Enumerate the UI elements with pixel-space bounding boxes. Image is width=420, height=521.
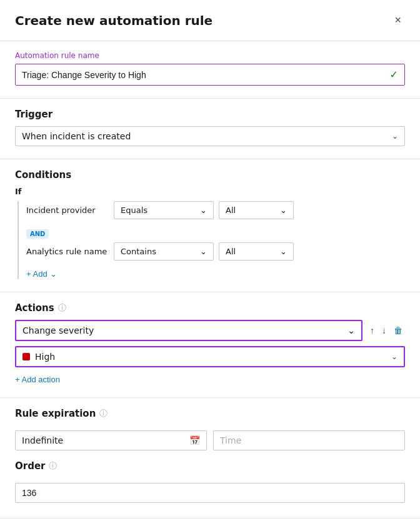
condition-operator-2-chevron: ⌄: [200, 247, 207, 256]
conditions-title: Conditions: [15, 169, 405, 181]
automation-rule-name-label: Automation rule name: [15, 51, 405, 60]
action-move-up-button[interactable]: ↑: [368, 323, 377, 338]
condition-selects-2: Contains ⌄ All ⌄: [114, 242, 405, 260]
close-button[interactable]: ×: [391, 12, 405, 28]
trigger-selected-value: When incident is created: [22, 131, 131, 141]
condition-selects-1: Equals ⌄ All ⌄: [114, 201, 405, 219]
action-move-down-button[interactable]: ↓: [379, 323, 389, 338]
order-section: Order ⓘ: [15, 460, 405, 503]
condition-label-2: Analytics rule name: [26, 247, 108, 256]
condition-value-1-text: All: [226, 206, 236, 215]
condition-label-1: Incident provider: [26, 206, 108, 215]
severity-dot-icon: [22, 353, 30, 360]
dialog-header: Create new automation rule ×: [15, 12, 405, 28]
trigger-title: Trigger: [15, 109, 405, 120]
condition-operator-2-value: Contains: [121, 247, 156, 256]
add-condition-chevron: ⌄: [50, 269, 57, 279]
automation-rule-name-field[interactable]: ✓: [15, 64, 405, 86]
condition-operator-2[interactable]: Contains ⌄: [114, 242, 214, 260]
expiration-inputs: Indefinite 📅 Time: [15, 430, 405, 450]
conditions-section: Conditions If Incident provider Equals ⌄…: [15, 169, 405, 279]
add-action-button[interactable]: + Add action: [15, 375, 60, 384]
section-divider-3: [0, 292, 420, 292]
order-title: Order: [15, 460, 45, 472]
action-select[interactable]: Change severity ⌄: [15, 320, 362, 341]
condition-row-2: Analytics rule name Contains ⌄ All ⌄: [26, 242, 405, 260]
action-select-chevron: ⌄: [348, 325, 355, 335]
expiration-header: Rule expiration ⓘ: [15, 408, 405, 419]
add-action-label: + Add action: [15, 375, 60, 384]
conditions-block: Incident provider Equals ⌄ All ⌄ AND Ana…: [18, 201, 405, 279]
action-delete-button[interactable]: 🗑: [391, 323, 405, 338]
expiration-info-icon: ⓘ: [99, 408, 108, 419]
and-badge: AND: [26, 229, 49, 239]
dialog: Create new automation rule × Automation …: [0, 0, 420, 521]
order-info-icon: ⓘ: [49, 460, 57, 472]
trigger-chevron-icon: ⌄: [392, 132, 398, 141]
condition-value-2-chevron: ⌄: [280, 247, 287, 256]
check-icon: ✓: [390, 69, 398, 81]
trigger-section: Trigger When incident is created ⌄: [15, 109, 405, 146]
severity-select[interactable]: High ⌄: [15, 346, 405, 367]
trigger-select[interactable]: When incident is created ⌄: [15, 126, 405, 146]
actions-title: Actions: [15, 302, 54, 314]
condition-value-1[interactable]: All ⌄: [219, 201, 294, 219]
condition-value-2-text: All: [226, 247, 236, 256]
section-divider-4: [0, 397, 420, 398]
dialog-title: Create new automation rule: [15, 13, 212, 28]
automation-rule-name-section: Automation rule name ✓: [15, 51, 405, 86]
if-label: If: [15, 187, 405, 196]
action-tools: ↑ ↓ 🗑: [368, 323, 405, 338]
severity-value: High: [35, 352, 55, 362]
header-divider: [0, 41, 420, 41]
condition-value-1-chevron: ⌄: [280, 206, 287, 215]
condition-operator-1-value: Equals: [121, 206, 148, 215]
action-row: Change severity ⌄ ↑ ↓ 🗑: [15, 320, 405, 341]
order-header: Order ⓘ: [15, 460, 405, 472]
expiration-date-value: Indefinite: [22, 435, 63, 445]
actions-section: Actions ⓘ Change severity ⌄ ↑ ↓ 🗑 High ⌄…: [15, 302, 405, 385]
add-condition-label: + Add: [26, 269, 48, 279]
actions-info-icon: ⓘ: [58, 302, 66, 314]
order-input[interactable]: [15, 483, 405, 503]
action-selected-value: Change severity: [22, 325, 94, 335]
condition-value-2[interactable]: All ⌄: [219, 242, 294, 260]
rule-expiration-section: Rule expiration ⓘ Indefinite 📅 Time: [15, 408, 405, 450]
footer-divider: [0, 518, 420, 519]
expiration-title: Rule expiration: [15, 408, 96, 419]
condition-operator-1[interactable]: Equals ⌄: [114, 201, 214, 219]
condition-operator-1-chevron: ⌄: [200, 206, 207, 215]
actions-header: Actions ⓘ: [15, 302, 405, 314]
expiration-time-input[interactable]: Time: [213, 430, 405, 450]
severity-chevron-icon: ⌄: [391, 352, 398, 361]
condition-row-1: Incident provider Equals ⌄ All ⌄: [26, 201, 405, 219]
expiration-time-placeholder: Time: [220, 435, 241, 445]
calendar-icon: 📅: [189, 435, 200, 445]
add-condition-button[interactable]: + Add ⌄: [26, 269, 57, 279]
section-divider-2: [0, 159, 420, 159]
automation-rule-name-input[interactable]: [22, 70, 390, 80]
expiration-date-input[interactable]: Indefinite 📅: [15, 430, 207, 450]
section-divider-1: [0, 98, 420, 99]
